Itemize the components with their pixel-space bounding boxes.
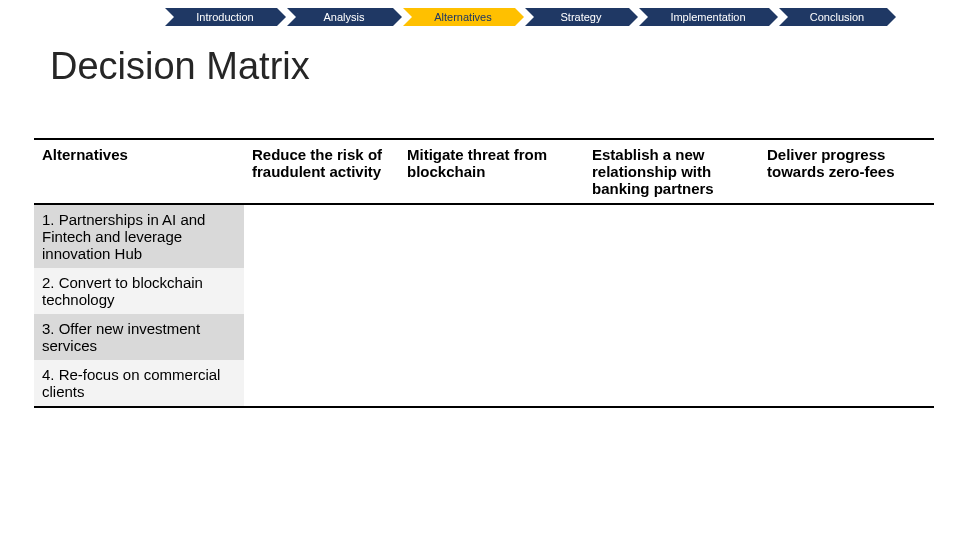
cell — [244, 268, 399, 314]
decision-matrix-table: Alternatives Reduce the risk of fraudule… — [34, 138, 934, 408]
row-name: 2. Convert to blockchain technology — [34, 268, 244, 314]
page-title: Decision Matrix — [50, 45, 310, 88]
nav-step-conclusion: Conclusion — [779, 8, 887, 26]
cell — [399, 204, 584, 268]
matrix-criterion-3: Establish a new relationship with bankin… — [584, 139, 759, 204]
nav-step-strategy: Strategy — [525, 8, 629, 26]
cell — [399, 314, 584, 360]
table-row: 2. Convert to blockchain technology — [34, 268, 934, 314]
cell — [244, 314, 399, 360]
cell — [244, 204, 399, 268]
nav-step-introduction: Introduction — [165, 8, 277, 26]
cell — [759, 360, 934, 407]
matrix-criterion-2: Mitigate threat from blockchain — [399, 139, 584, 204]
matrix-criterion-4: Deliver progress towards zero-fees — [759, 139, 934, 204]
nav-step-implementation: Implementation — [639, 8, 769, 26]
row-name: 4. Re-focus on commercial clients — [34, 360, 244, 407]
cell — [399, 360, 584, 407]
row-name: 1. Partnerships in AI and Fintech and le… — [34, 204, 244, 268]
cell — [584, 204, 759, 268]
cell — [584, 360, 759, 407]
cell — [244, 360, 399, 407]
cell — [584, 314, 759, 360]
cell — [584, 268, 759, 314]
matrix-corner-header: Alternatives — [34, 139, 244, 204]
matrix-criterion-1: Reduce the risk of fraudulent activity — [244, 139, 399, 204]
cell — [759, 314, 934, 360]
nav-step-analysis: Analysis — [287, 8, 393, 26]
cell — [759, 268, 934, 314]
progress-nav: Introduction Analysis Alternatives Strat… — [165, 8, 897, 26]
table-row: 4. Re-focus on commercial clients — [34, 360, 934, 407]
cell — [399, 268, 584, 314]
table-row: 3. Offer new investment services — [34, 314, 934, 360]
table-row: 1. Partnerships in AI and Fintech and le… — [34, 204, 934, 268]
cell — [759, 204, 934, 268]
row-name: 3. Offer new investment services — [34, 314, 244, 360]
nav-step-alternatives: Alternatives — [403, 8, 515, 26]
